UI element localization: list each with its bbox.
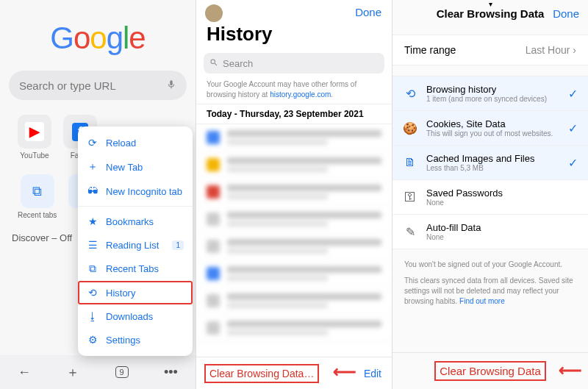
history-date-header: Today - Thursday, 23 September 2021: [196, 104, 392, 124]
menu-incognito[interactable]: 🕶New Incognito tab: [78, 179, 193, 203]
history-header: Done: [196, 0, 392, 21]
option-passwords[interactable]: ⚿ Saved PasswordsNone: [392, 180, 588, 215]
incognito-icon: 🕶: [87, 185, 98, 197]
clear-options: ⟲ Browsing history1 item (and more on sy…: [392, 76, 588, 249]
signout-note: You won't be signed out of your Google A…: [392, 249, 588, 274]
history-icon: ⟲: [87, 287, 98, 299]
menu-separator: [78, 206, 193, 207]
toolbar: ← ＋ 9 •••: [0, 355, 196, 389]
autofill-icon: ✎: [403, 224, 417, 239]
time-range-value: Last Hour ›: [526, 44, 576, 56]
history-row[interactable]: [196, 260, 392, 288]
tab-switcher[interactable]: 9: [115, 366, 129, 378]
clear-data-header: Clear Browsing Data Done: [392, 0, 588, 27]
option-browsing-history[interactable]: ⟲ Browsing history1 item (and more on sy…: [392, 76, 588, 111]
reload-icon: ⟳: [87, 137, 98, 149]
history-title: History: [196, 21, 392, 50]
sync-note: This clears synced data from all devices…: [392, 274, 588, 311]
shortcut-recent-tabs[interactable]: ⧉ Recent tabs: [18, 174, 57, 219]
youtube-icon: ▶: [25, 122, 44, 141]
check-icon: ✓: [568, 87, 578, 101]
shortcut-youtube[interactable]: ▶ YouTube: [18, 115, 51, 160]
history-row[interactable]: [196, 179, 392, 206]
menu-reload[interactable]: ⟳Reload: [78, 131, 193, 154]
time-range-label: Time range: [404, 44, 456, 56]
google-logo: Google: [0, 21, 196, 56]
done-button[interactable]: Done: [553, 7, 579, 20]
menu-bookmarks[interactable]: ★Bookmarks: [78, 210, 193, 233]
edit-button[interactable]: Edit: [364, 368, 381, 379]
history-pane: Done History Search Your Google Account …: [196, 0, 392, 389]
check-icon: ✓: [568, 156, 578, 170]
avatar[interactable]: [205, 4, 223, 22]
menu-history[interactable]: ⟲History: [78, 281, 193, 304]
history-icon: ⟲: [403, 86, 417, 101]
clear-data-pane: ▾ Clear Browsing Data Done Time range La…: [392, 0, 588, 389]
history-google-link[interactable]: history.google.com: [270, 90, 331, 99]
menu-settings[interactable]: ⚙Settings: [78, 328, 193, 351]
history-search[interactable]: Search: [204, 53, 384, 74]
cookie-icon: 🍪: [403, 121, 417, 135]
menu-recent-tabs[interactable]: ⧉Recent Tabs: [78, 257, 193, 281]
overflow-menu-button[interactable]: •••: [164, 365, 178, 380]
annotation-arrow: ⟵: [559, 361, 582, 380]
download-icon: ⭳: [87, 310, 98, 322]
history-row[interactable]: [196, 315, 392, 342]
omnibox[interactable]: Search or type URL: [9, 71, 187, 100]
clear-browsing-data-link[interactable]: Clear Browsing Data…: [207, 366, 317, 381]
new-tab-button[interactable]: ＋: [66, 363, 79, 381]
omnibox-placeholder: Search or type URL: [19, 79, 116, 92]
mic-icon[interactable]: [166, 79, 176, 92]
clear-data-title: Clear Browsing Data: [437, 7, 545, 20]
star-icon: ★: [87, 215, 98, 227]
chrome-home-pane: Google Search or type URL ▶ YouTube f Fa…: [0, 0, 196, 389]
gear-icon: ⚙: [87, 334, 98, 346]
tabs-icon: ⧉: [87, 263, 98, 275]
recent-tabs-icon: ⧉: [21, 174, 54, 208]
overflow-menu: ⟳Reload ＋New Tab 🕶New Incognito tab ★Boo…: [78, 126, 193, 356]
history-footer: Clear Browsing Data… Edit: [196, 357, 392, 389]
history-search-placeholder: Search: [223, 58, 253, 69]
history-row[interactable]: [196, 206, 392, 233]
menu-new-tab[interactable]: ＋New Tab: [78, 154, 193, 179]
reading-badge: 1: [172, 240, 184, 250]
option-autofill[interactable]: ✎ Auto-fill DataNone: [392, 215, 588, 249]
history-row[interactable]: [196, 288, 392, 315]
account-history-note: Your Google Account may have other forms…: [196, 79, 392, 104]
check-icon: ✓: [568, 121, 578, 135]
back-button[interactable]: ←: [18, 365, 31, 380]
plus-icon: ＋: [87, 160, 98, 174]
option-cookies[interactable]: 🍪 Cookies, Site DataThis will sign you o…: [392, 111, 588, 146]
history-row[interactable]: [196, 233, 392, 260]
menu-reading-list[interactable]: ☰Reading List1: [78, 233, 193, 257]
time-range-row[interactable]: Time range Last Hour ›: [392, 35, 588, 65]
search-icon: [209, 58, 218, 69]
history-row[interactable]: [196, 151, 392, 179]
annotation-arrow: ⟵: [333, 363, 356, 382]
clear-browsing-data-button[interactable]: Clear Browsing Data: [437, 363, 544, 379]
find-out-more-link[interactable]: Find out more: [459, 297, 505, 305]
option-cached[interactable]: 🗎 Cached Images and FilesLess than 5,3 M…: [392, 146, 588, 180]
menu-downloads[interactable]: ⭳Downloads: [78, 304, 193, 328]
key-icon: ⚿: [403, 190, 417, 204]
list-icon: ☰: [87, 239, 98, 251]
cache-icon: 🗎: [403, 155, 417, 170]
done-button[interactable]: Done: [355, 6, 381, 18]
history-row[interactable]: [196, 124, 392, 151]
